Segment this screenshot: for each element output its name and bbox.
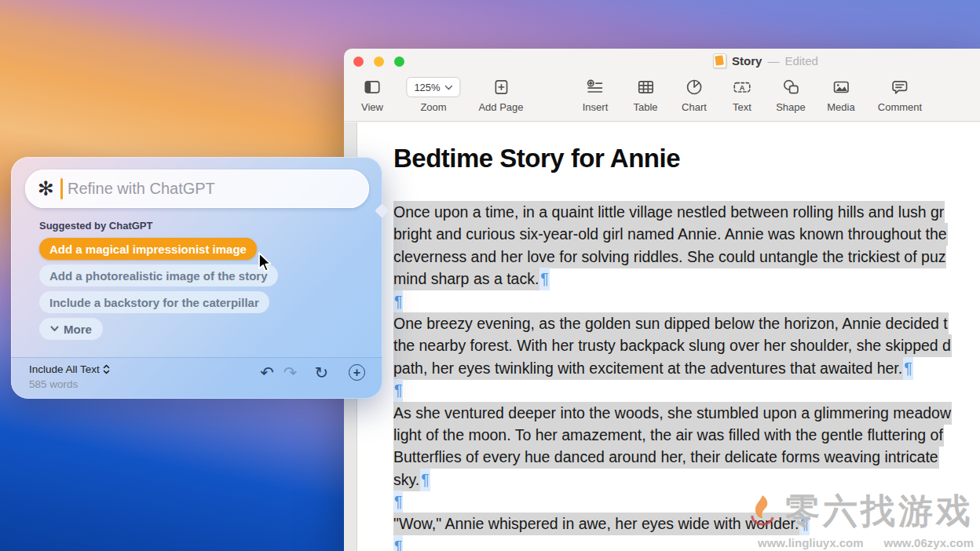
insert-icon [586,77,605,97]
pages-window: Story — Edited View 125% Zoom [344,49,980,551]
document-line[interactable]: the nearby forest. With her trusty backp… [393,334,980,356]
document-line[interactable]: Butterflies of every hue danced around h… [393,446,980,468]
comment-icon [890,77,909,97]
chevron-down-icon [50,326,59,332]
document-page[interactable]: Bedtime Story for Annie Once upon a time… [357,122,980,551]
toolbar-add-page-button[interactable]: Add Page [478,77,523,113]
document-line[interactable]: ¶ [393,535,980,551]
toolbar-zoom-control[interactable]: 125% Zoom [406,77,460,113]
zoom-window-button[interactable] [394,57,404,67]
document-line[interactable]: light of the moon. To her amazement, the… [393,424,980,446]
document-area: Bedtime Story for Annie Once upon a time… [344,122,980,551]
pilcrow-mark: ¶ [539,268,549,290]
pilcrow-mark: ¶ [799,513,809,535]
document-body[interactable]: Once upon a time, in a quaint little vil… [393,201,980,551]
toolbar-chart-button[interactable]: Chart [682,77,707,113]
include-all-text-selector[interactable]: Include All Text [29,363,110,375]
suggested-by-label: Suggested by ChatGPT [39,220,152,232]
document-line[interactable]: bright and curious six-year-old girl nam… [393,223,980,245]
pilcrow-mark: ¶ [393,379,403,402]
pilcrow-mark: ¶ [903,357,912,380]
title-bar: Story — Edited [344,49,980,72]
document-title: Story [732,54,762,68]
footer-actions: ↶ ↷ ↻ + [260,364,365,381]
document-line[interactable]: "Wow," Annie whispered in awe, her eyes … [393,513,980,535]
minimize-button[interactable] [374,57,384,67]
undo-button[interactable]: ↶ [260,364,274,381]
table-icon [636,77,655,97]
toolbar-text-button[interactable]: A Text [732,77,752,113]
toolbar-shape-button[interactable]: Shape [776,77,806,113]
text-caret [60,178,63,199]
chart-icon [685,77,704,97]
window-title: Story — Edited [713,53,818,68]
desktop: Story — Edited View 125% Zoom [0,0,980,551]
openai-logo-icon: ✻ [38,179,54,199]
suggestion-backstory-caterpillar[interactable]: Include a backstory for the caterpillar [39,291,269,313]
svg-text:A: A [740,84,745,92]
document-line[interactable]: As she ventured deeper into the woods, s… [393,402,980,424]
toolbar-media-button[interactable]: Media [827,77,854,113]
pilcrow-mark: ¶ [420,469,430,491]
mouse-cursor [254,251,275,276]
close-button[interactable] [353,57,364,67]
chevron-down-icon [445,85,453,90]
document-line[interactable]: path, her eyes twinkling with excitement… [393,357,980,379]
redo-button[interactable]: ↷ [283,364,298,381]
word-count: 585 words [29,378,78,390]
more-button[interactable]: More [39,318,103,340]
document-line[interactable]: Once upon a time, in a quaint little vil… [393,201,980,223]
document-line[interactable]: ¶ [393,491,980,513]
document-heading[interactable]: Bedtime Story for Annie [393,144,680,173]
document-line[interactable]: mind sharp as a tack.¶ [393,268,980,290]
refine-input-placeholder: Refine with ChatGPT [68,180,215,198]
document-line[interactable]: ¶ [393,379,980,401]
edited-status: Edited [784,54,818,68]
suggestion-magical-impressionist-image[interactable]: Add a magical impressionist image [39,238,257,260]
zoom-dropdown[interactable]: 125% [406,77,460,97]
shape-icon [781,77,800,97]
toolbar-insert-button[interactable]: Insert [583,77,609,113]
pilcrow-mark: ¶ [393,535,403,551]
toolbar-table-button[interactable]: Table [633,77,657,113]
retry-button[interactable]: ↻ [314,364,328,381]
add-button[interactable]: + [349,364,365,381]
refine-input[interactable]: ✻ Refine with ChatGPT [25,170,369,208]
toolbar-view-button[interactable]: View [361,77,383,113]
up-down-chevrons-icon [103,364,110,374]
pilcrow-mark: ¶ [393,491,403,513]
toolbar-comment-button[interactable]: Comment [878,77,922,113]
document-line[interactable]: sky.¶ [393,469,980,491]
text-icon: A [732,77,752,97]
pages-document-icon [713,53,726,68]
media-icon [832,77,850,97]
document-line[interactable]: One breezy evening, as the golden sun di… [393,312,980,334]
document-line[interactable]: ¶ [393,290,980,312]
suggestion-photorealistic-image[interactable]: Add a photorealistic image of the story [39,265,278,286]
panel-footer: Include All Text 585 words ↶ ↷ ↻ + [11,357,382,399]
chatgpt-refine-panel: ✻ Refine with ChatGPT Suggested by ChatG… [11,157,382,399]
document-line[interactable]: cleverness and her love for solving ridd… [393,246,980,268]
view-sidebar-icon [363,77,382,97]
zoom-value: 125% [414,82,440,93]
pilcrow-mark: ¶ [393,290,403,313]
title-separator: — [767,54,779,68]
add-page-icon [492,77,510,97]
toolbar: View 125% Zoom Add Page Insert [344,72,980,122]
